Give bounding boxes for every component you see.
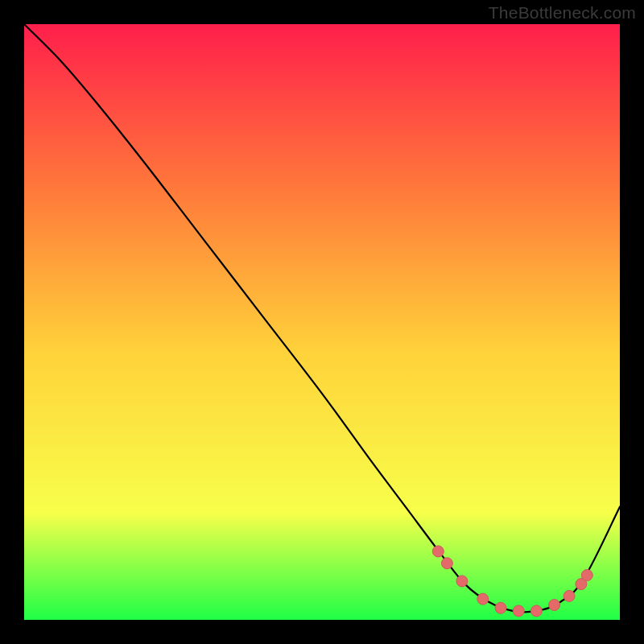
highlight-dot [530,605,542,617]
chart-plot-area [24,24,620,620]
watermark-text: TheBottleneck.com [489,3,636,23]
highlight-dot [432,546,444,557]
highlight-dot [581,570,592,581]
chart-svg [24,24,620,620]
chart-stage: TheBottleneck.com [0,0,644,644]
gradient-background [24,24,620,620]
highlight-dot [495,602,506,613]
highlight-dot [549,600,560,611]
highlight-dot [441,558,452,569]
highlight-dot [456,576,468,587]
highlight-dot [477,593,489,605]
highlight-dot [513,605,524,617]
highlight-dot [564,590,575,601]
